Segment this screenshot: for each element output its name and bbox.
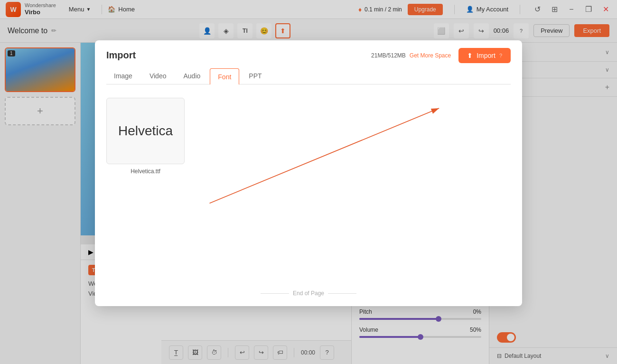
font-grid: Helvetica Helvetica.ttf xyxy=(106,94,511,175)
modal-body: Helvetica Helvetica.ttf End of Page xyxy=(95,84,522,306)
question-icon-modal: ? xyxy=(499,53,502,58)
modal-overlay: Import 21MB/512MB Get More Space ⬆ Impor… xyxy=(0,0,617,364)
tab-audio[interactable]: Audio xyxy=(176,68,208,84)
tab-image[interactable]: Image xyxy=(106,68,140,84)
end-line-left xyxy=(261,293,289,294)
import-modal: Import 21MB/512MB Get More Space ⬆ Impor… xyxy=(95,40,522,306)
import-button[interactable]: ⬆ Import ? xyxy=(458,48,511,63)
font-item-helvetica[interactable]: Helvetica Helvetica.ttf xyxy=(106,98,185,175)
end-line-right xyxy=(328,293,356,294)
font-card-helvetica[interactable]: Helvetica xyxy=(106,98,185,164)
tab-ppt[interactable]: PPT xyxy=(241,68,269,84)
tab-font[interactable]: Font xyxy=(210,68,239,84)
font-filename-helvetica: Helvetica.ttf xyxy=(131,168,160,175)
upload-icon-modal: ⬆ xyxy=(467,52,473,59)
end-of-page: End of Page xyxy=(261,290,356,297)
get-more-link[interactable]: Get More Space xyxy=(410,52,451,59)
modal-tabs: Image Video Audio Font PPT xyxy=(106,68,511,84)
font-preview-helvetica: Helvetica xyxy=(118,123,173,139)
modal-header: Import 21MB/512MB Get More Space ⬆ Impor… xyxy=(95,40,522,84)
tab-video[interactable]: Video xyxy=(142,68,174,84)
storage-text: 21MB/512MB xyxy=(371,52,406,59)
storage-info: 21MB/512MB Get More Space xyxy=(371,52,451,59)
